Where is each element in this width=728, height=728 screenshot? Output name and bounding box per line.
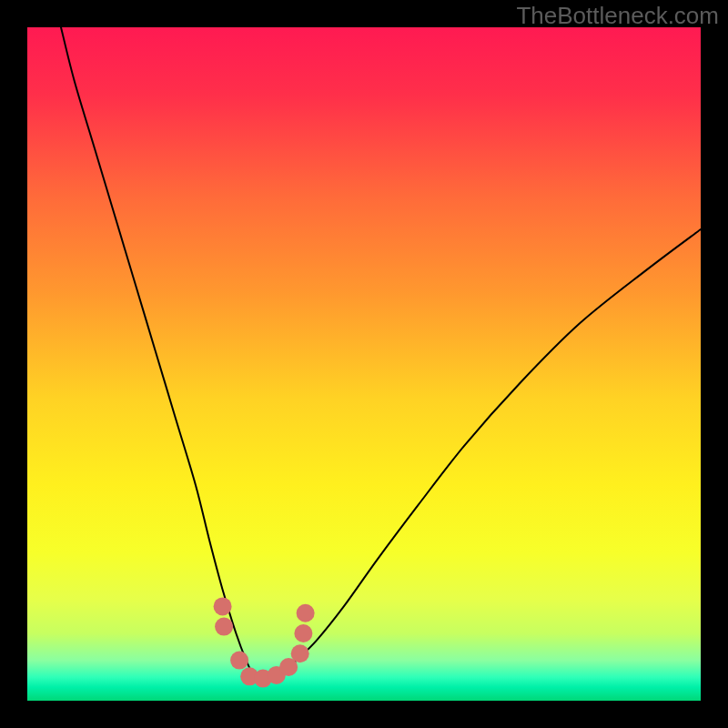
chart-curve <box>61 27 701 679</box>
chart-marker <box>215 618 233 636</box>
chart-marker <box>214 597 232 615</box>
chart-svg-layer <box>27 27 701 701</box>
watermark-label: TheBottleneck.com <box>516 2 719 30</box>
chart-marker <box>294 624 312 642</box>
chart-frame: TheBottleneck.com <box>0 0 728 728</box>
chart-marker <box>297 604 315 622</box>
chart-marker <box>230 652 248 670</box>
chart-marker <box>291 644 309 662</box>
